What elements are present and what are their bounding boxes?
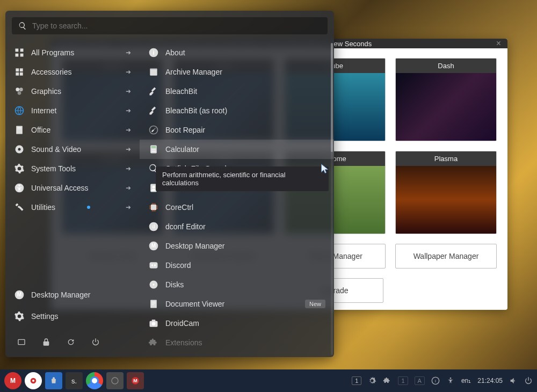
dm-button-wallpaper-manager[interactable]: Wallpaper Manager <box>395 244 497 268</box>
lock-icon[interactable] <box>41 337 52 347</box>
app-archive-manager[interactable]: Archive Manager <box>140 62 334 82</box>
svg-rect-54 <box>152 320 156 321</box>
category-label: Office <box>31 126 50 134</box>
app-desktop-manager[interactable]: MDesktop Manager <box>140 236 334 256</box>
footer-settings[interactable]: Settings <box>5 306 140 327</box>
svg-rect-26 <box>150 68 157 70</box>
utilities-icon <box>14 202 25 213</box>
scrollbar[interactable] <box>331 43 333 355</box>
svg-point-35 <box>155 151 156 152</box>
svg-point-31 <box>153 149 154 150</box>
info-icon: i <box>148 47 159 58</box>
app-extensions[interactable]: Extensions <box>140 333 334 352</box>
svg-point-47 <box>153 284 154 285</box>
wrench-icon <box>148 125 159 135</box>
tray-clock[interactable]: 21:24:05 <box>477 377 503 384</box>
chevron-right-icon: ➜ <box>126 107 131 114</box>
app-bleachbit-as-root-[interactable]: BleachBit (as root) <box>140 101 334 120</box>
layout-title: Plasma <box>396 151 496 166</box>
tray-info-icon[interactable]: i <box>431 376 440 385</box>
app-about[interactable]: iAbout <box>140 43 334 62</box>
taskbar-app-store[interactable] <box>45 372 62 389</box>
svg-rect-5 <box>20 68 23 71</box>
category-graphics[interactable]: Graphics➜ <box>5 82 140 101</box>
category-label: Utilities <box>31 203 55 212</box>
taskbar-terminal[interactable]: s. <box>66 372 83 389</box>
search-field[interactable] <box>12 17 328 34</box>
new-badge: New <box>305 300 325 308</box>
camera-icon <box>148 318 159 329</box>
app-dconf-editor[interactable]: ddconf Editor <box>140 217 334 236</box>
category-internet[interactable]: Internet➜ <box>5 101 140 120</box>
close-icon[interactable]: × <box>496 39 501 48</box>
chip-icon <box>148 202 159 213</box>
category-all-programs[interactable]: All Programs➜ <box>5 43 140 62</box>
taskbar-app-1[interactable] <box>25 372 42 389</box>
category-system-tools[interactable]: System Tools➜ <box>5 159 140 178</box>
chevron-right-icon: ➜ <box>126 49 131 56</box>
layout-thumbnail <box>396 73 496 141</box>
taskbar-active-app[interactable]: M <box>127 372 144 389</box>
svg-point-33 <box>152 151 153 152</box>
svg-rect-12 <box>16 126 23 134</box>
layout-plasma[interactable]: Plasma <box>395 151 497 234</box>
archive-icon <box>148 67 159 77</box>
category-office[interactable]: Office➜ <box>5 120 140 140</box>
svg-rect-14 <box>18 129 21 129</box>
disk-icon <box>148 279 159 290</box>
tray-settings-icon[interactable] <box>368 376 376 385</box>
category-utilities[interactable]: Utilities➜ <box>5 198 140 217</box>
gear-icon <box>14 163 25 174</box>
system-tray: 1 1 A i en₁ 21:24:05 <box>352 376 533 385</box>
app-document-viewer[interactable]: Document ViewerNew <box>140 294 334 314</box>
tray-language[interactable]: en₁ <box>461 377 471 384</box>
svg-rect-3 <box>20 54 24 57</box>
svg-text:i: i <box>153 49 154 56</box>
app-label: About <box>165 48 185 57</box>
tray-puzzle-icon[interactable] <box>383 376 391 385</box>
workspace-indicator[interactable]: 1 <box>352 376 361 385</box>
taskbar-chrome[interactable] <box>86 372 103 389</box>
app-corectrl[interactable]: CoreCtrl <box>140 198 334 217</box>
office-icon <box>14 125 25 135</box>
tray-indicator-a[interactable]: A <box>415 376 425 385</box>
apps-column: iAboutArchive ManagerBleachBitBleachBit … <box>140 41 334 357</box>
svg-rect-25 <box>150 69 157 76</box>
app-disks[interactable]: Disks <box>140 275 334 294</box>
app-calculator[interactable]: Calculator <box>140 140 334 159</box>
chevron-right-icon: ➜ <box>126 184 131 192</box>
svg-point-53 <box>152 322 156 326</box>
grid-icon <box>14 47 25 58</box>
start-button[interactable]: M <box>4 372 21 389</box>
footer-desktop-manager[interactable]: MDesktop Manager <box>5 284 140 306</box>
category-column: All Programs➜Accessories➜Graphics➜Intern… <box>5 41 140 357</box>
tray-access-icon[interactable] <box>446 376 455 385</box>
app-label: Disks <box>165 280 184 289</box>
svg-rect-13 <box>18 127 21 128</box>
power-icon[interactable] <box>90 337 101 347</box>
tray-power-icon[interactable] <box>524 376 533 385</box>
app-bleachbit[interactable]: BleachBit <box>140 82 334 101</box>
globe-icon <box>14 105 25 116</box>
puzzle-icon <box>148 337 159 348</box>
svg-point-30 <box>152 149 153 150</box>
svg-rect-4 <box>16 68 19 71</box>
taskbar-app-2[interactable] <box>106 372 124 389</box>
app-droidcam[interactable]: DroidCam <box>140 314 334 333</box>
restart-icon[interactable] <box>66 337 76 347</box>
app-discord[interactable]: Discord <box>140 256 334 275</box>
category-sound-video[interactable]: Sound & Video➜ <box>5 140 140 159</box>
tray-volume-icon[interactable] <box>509 376 518 385</box>
svg-text:i: i <box>435 379 436 383</box>
files-icon[interactable] <box>16 337 27 347</box>
category-universal-access[interactable]: Universal Access➜ <box>5 178 140 198</box>
tray-indicator-1[interactable]: 1 <box>398 376 408 385</box>
layout-dash[interactable]: Dash <box>395 58 497 141</box>
search-input[interactable] <box>32 21 321 30</box>
category-accessories[interactable]: Accessories➜ <box>5 62 140 82</box>
svg-rect-2 <box>16 54 19 57</box>
media-icon <box>14 144 25 155</box>
access-icon <box>14 183 25 193</box>
app-boot-repair[interactable]: Boot Repair <box>140 120 334 140</box>
footer-label: Desktop Manager <box>31 291 91 299</box>
